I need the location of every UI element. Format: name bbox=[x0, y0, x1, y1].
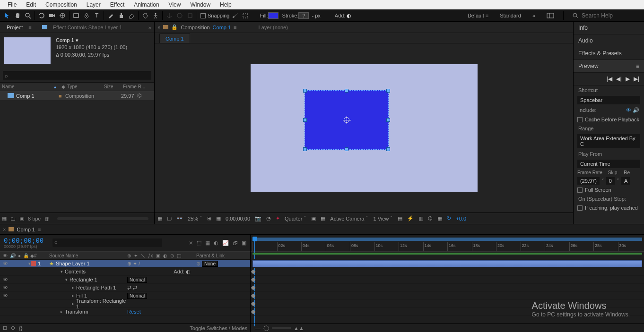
shape-layer-rectangle[interactable] bbox=[305, 90, 389, 150]
snap-bounds-icon[interactable] bbox=[240, 10, 251, 21]
playfrom-dropdown[interactable]: Current Time bbox=[577, 160, 640, 168]
zoom-in-icon[interactable]: ▲▲ bbox=[294, 325, 304, 331]
toggle-switches-modes[interactable]: Toggle Switches / Modes bbox=[190, 325, 247, 331]
scroll-thumb[interactable] bbox=[57, 217, 148, 220]
shortcut-dropdown[interactable]: Spacebar bbox=[577, 96, 640, 104]
preview-panel-header[interactable]: Preview≡ bbox=[574, 60, 644, 73]
frame-blend-icon[interactable]: ▦ bbox=[205, 240, 210, 246]
flowchart-icon[interactable]: ⌬ bbox=[137, 93, 142, 99]
camera-dropdown[interactable]: Active Camera bbox=[330, 215, 368, 221]
shy-toggle-icon[interactable]: ⤫ bbox=[189, 240, 193, 246]
transparency-grid-icon[interactable]: ▢ bbox=[167, 215, 172, 221]
transform-row[interactable]: ▸Transform Reset bbox=[0, 308, 250, 316]
resize-handle[interactable] bbox=[345, 147, 348, 151]
hand-tool-icon[interactable] bbox=[12, 10, 23, 21]
transform-rectangle-row[interactable]: ▸Transform: Rectangle 1 bbox=[0, 300, 250, 308]
interpret-footage-icon[interactable]: ▦ bbox=[2, 215, 7, 221]
workspace-overflow-icon[interactable]: » bbox=[529, 11, 539, 20]
anchor-point-icon[interactable] bbox=[344, 117, 349, 123]
project-tab[interactable]: Project bbox=[3, 23, 26, 32]
resize-handle[interactable] bbox=[345, 89, 348, 93]
rectangle-path-row[interactable]: 👁 ▸Rectangle Path 1 ⇄ ⇄ bbox=[0, 284, 250, 292]
search-help[interactable] bbox=[569, 12, 642, 19]
project-search[interactable] bbox=[3, 71, 151, 80]
add-contents-icon[interactable]: ◐ bbox=[186, 269, 191, 274]
safe-zones-icon[interactable]: ⊞ bbox=[207, 215, 211, 221]
graph-icon[interactable]: 📈 bbox=[222, 240, 229, 246]
include-audio-icon[interactable]: 🔊 bbox=[633, 107, 639, 113]
stroke-color-swatch[interactable]: ? bbox=[298, 12, 309, 19]
parent-col[interactable]: Parent & Link bbox=[193, 252, 250, 259]
resolution-mini-dropdown[interactable]: A bbox=[621, 177, 630, 185]
flow-icon[interactable]: ⌬ bbox=[428, 215, 433, 221]
puppet-tool-icon[interactable] bbox=[150, 10, 161, 21]
show-channel-icon[interactable]: ◔ bbox=[266, 215, 271, 221]
transform-reset[interactable]: Reset bbox=[127, 309, 141, 315]
new-folder-icon[interactable]: 🗀 bbox=[10, 216, 16, 221]
snap-options-icon[interactable] bbox=[230, 10, 240, 21]
local-axis-icon[interactable] bbox=[164, 10, 174, 21]
resize-handle[interactable] bbox=[303, 147, 307, 151]
menu-view[interactable]: View bbox=[164, 0, 186, 9]
zoom-out-icon[interactable]: ◯ bbox=[263, 325, 269, 331]
menu-file[interactable]: File bbox=[3, 0, 21, 9]
fullscreen-checkbox[interactable]: Full Screen bbox=[574, 186, 644, 194]
menu-layer[interactable]: Layer bbox=[82, 0, 105, 9]
menu-help[interactable]: Help bbox=[215, 0, 236, 9]
contents-row[interactable]: ▾Contents Add: ◐ bbox=[0, 268, 250, 276]
fill-color-swatch[interactable] bbox=[268, 12, 278, 19]
views-dropdown[interactable]: 1 View bbox=[373, 215, 393, 221]
framerate-dropdown[interactable]: (29.97) bbox=[577, 177, 600, 185]
transparency-icon[interactable]: ▦ bbox=[321, 215, 325, 221]
effect-controls-tab[interactable]: Effect Controls Shape Layer 1 bbox=[49, 23, 126, 32]
toggle-transfer-icon[interactable]: ⊞ bbox=[3, 325, 7, 331]
menu-window[interactable]: Window bbox=[185, 0, 215, 9]
source-name-col[interactable]: Source Name bbox=[47, 252, 127, 259]
add-menu-icon[interactable]: ◐ bbox=[347, 13, 351, 19]
canvas[interactable] bbox=[251, 64, 478, 192]
visibility-toggle-icon[interactable]: 👁 bbox=[3, 261, 8, 266]
resize-handle[interactable] bbox=[303, 118, 307, 122]
in-out-icon[interactable]: ⊙ bbox=[11, 325, 15, 331]
text-tool-icon[interactable]: T bbox=[92, 10, 102, 21]
reset-workspace-icon[interactable] bbox=[543, 11, 558, 20]
menu-effect[interactable]: Effect bbox=[105, 0, 129, 9]
current-time[interactable]: 0;00;00;00 bbox=[4, 237, 46, 244]
world-axis-icon[interactable] bbox=[174, 10, 185, 21]
snapshot-icon[interactable]: 📷 bbox=[255, 215, 261, 221]
search-help-input[interactable] bbox=[582, 12, 638, 19]
prev-frame-icon[interactable]: ◀| bbox=[616, 76, 622, 82]
pan-behind-tool-icon[interactable] bbox=[57, 10, 68, 21]
timeline-tab[interactable]: Comp 1 bbox=[17, 227, 35, 232]
stroke-width[interactable]: - px bbox=[312, 13, 320, 18]
rect-mode-dropdown[interactable]: Normal bbox=[127, 277, 147, 283]
brackets-icon[interactable]: {} bbox=[19, 325, 22, 331]
info-panel-header[interactable]: Info bbox=[574, 22, 644, 34]
view-axis-icon[interactable] bbox=[185, 10, 195, 21]
keyframe-icon[interactable] bbox=[251, 302, 256, 306]
menu-composition[interactable]: Composition bbox=[41, 0, 82, 9]
orbit-tool-icon[interactable] bbox=[36, 10, 47, 21]
mask-visibility-icon[interactable]: 👓 bbox=[176, 215, 183, 221]
project-item-comp1[interactable]: Comp 1 ■ Composition 29.97 ⌬ bbox=[0, 91, 154, 100]
pen-tool-icon[interactable] bbox=[81, 10, 92, 21]
composition-name[interactable]: Comp 1 bbox=[213, 25, 231, 30]
panel-overflow-icon[interactable]: » bbox=[148, 25, 154, 30]
clone-tool-icon[interactable] bbox=[116, 10, 126, 21]
roi-icon[interactable]: ▣ bbox=[311, 215, 316, 221]
rectangle-tool-icon[interactable] bbox=[71, 10, 81, 21]
skip-dropdown[interactable]: 0 bbox=[606, 177, 615, 185]
zoom-tool-icon[interactable] bbox=[23, 10, 33, 21]
fill-mode-dropdown[interactable]: Normal bbox=[127, 293, 147, 299]
px-aspect-icon[interactable]: ▤ bbox=[398, 215, 402, 221]
timeline-right[interactable]: 02s04s06s08s10s12s14s16s18s20s22s24s26s2… bbox=[251, 235, 644, 332]
resize-handle[interactable] bbox=[386, 118, 390, 122]
fast-previews-icon[interactable]: ⚡ bbox=[407, 215, 414, 221]
comp-thumbnail[interactable] bbox=[4, 37, 51, 64]
exposure-value[interactable]: +0.0 bbox=[456, 216, 466, 221]
keyframe-icon[interactable] bbox=[251, 310, 256, 315]
play-icon[interactable]: ▶ bbox=[626, 76, 630, 82]
always-preview-icon[interactable]: ▦ bbox=[157, 215, 162, 221]
motion-blur-icon[interactable]: ◐ bbox=[214, 240, 218, 246]
resize-handle[interactable] bbox=[386, 147, 390, 151]
